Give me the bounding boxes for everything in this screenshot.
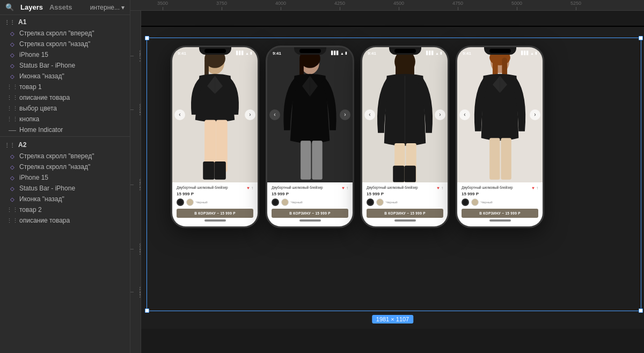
add-to-cart-2[interactable]: В КОРЗИНУ ~ 15 999 Р xyxy=(272,209,348,218)
share-icon[interactable]: ↑ xyxy=(346,186,348,191)
divider xyxy=(0,136,130,137)
diamond-icon: ◇ xyxy=(9,185,16,192)
minus-icon: — xyxy=(9,126,16,134)
status-time-4: 9:41 xyxy=(463,51,471,56)
canvas-viewport: 14750 15000 15250 15500 15571 xyxy=(130,11,644,353)
heart-icon[interactable]: ♥ xyxy=(532,186,535,191)
layer-desc-2[interactable]: ⋮⋮ описание товара xyxy=(0,215,130,226)
layer-scroll-back-1[interactable]: ◇ Стрелка скролл "назад" xyxy=(0,39,130,49)
svg-rect-23 xyxy=(489,138,500,179)
canvas-content: 9:41 ▋▋▋ ▲ ▮ xyxy=(141,11,644,353)
nav-arrow-left-2[interactable]: ‹ xyxy=(269,109,280,120)
layer-icon-back-2[interactable]: ◇ Иконка "назад" xyxy=(0,194,130,204)
swatch-black-1[interactable] xyxy=(177,198,184,206)
swatch-beige-4[interactable] xyxy=(471,198,479,206)
tab-layers[interactable]: Layers xyxy=(20,3,43,11)
search-icon[interactable]: 🔍 xyxy=(5,3,14,11)
status-icons-3: ▋▋▋ ▲ ▮ xyxy=(426,51,442,55)
phone-1: 9:41 ▋▋▋ ▲ ▮ xyxy=(171,46,259,228)
layer-tovar-1[interactable]: ⋮⋮ товар 1 xyxy=(0,82,130,92)
layer-desc-1[interactable]: ⋮⋮ описание товара xyxy=(0,92,130,103)
tab-assets[interactable]: Assets xyxy=(49,3,72,11)
hash-icon: ⋮⋮ xyxy=(9,115,16,123)
heart-icon[interactable]: ♥ xyxy=(247,186,250,191)
signal-icon: ▋▋▋ xyxy=(236,51,244,55)
swatch-black-4[interactable] xyxy=(462,198,469,206)
phone-screen-3: 9:41 ▋▋▋ ▲ ▮ xyxy=(362,47,448,226)
status-icons-2: ▋▋▋ ▲ ▮ xyxy=(331,51,347,55)
status-time-2: 9:41 xyxy=(273,51,281,56)
add-to-cart-4[interactable]: В КОРЗИНУ ~ 15 999 Р xyxy=(462,209,538,218)
nav-arrow-left-4[interactable]: ‹ xyxy=(459,109,470,120)
phone-notch-3 xyxy=(389,47,421,55)
wifi-icon: ▲ xyxy=(530,52,534,55)
heart-icon[interactable]: ♥ xyxy=(437,186,440,191)
hash-icon: ⋮⋮ xyxy=(4,142,15,148)
home-indicator-4 xyxy=(489,219,511,222)
nav-arrow-right-4[interactable]: › xyxy=(530,109,540,120)
selection-handle-bl[interactable] xyxy=(145,308,149,313)
share-icon[interactable]: ↑ xyxy=(251,186,253,191)
add-to-cart-3[interactable]: В КОРЗИНУ ~ 15 999 Р xyxy=(367,209,443,218)
diamond-icon: ◇ xyxy=(9,62,16,69)
selection-handle-br[interactable] xyxy=(639,308,643,313)
wifi-icon: ▲ xyxy=(245,52,249,55)
diamond-icon: ◇ xyxy=(9,174,16,181)
layer-scroll-fwd-2[interactable]: ◇ Стрелка скролл "вперед" xyxy=(0,151,130,161)
layer-scroll-back-2[interactable]: ◇ Стрелка скролл "назад" xyxy=(0,161,130,172)
product-price-3: 15 999 Р xyxy=(367,192,443,196)
phone-screen-1: 9:41 ▋▋▋ ▲ ▮ xyxy=(172,47,258,226)
layer-tovar-2[interactable]: ⋮⋮ товар 2 xyxy=(0,204,130,215)
phone-notch-1 xyxy=(199,47,231,55)
layer-statusbar-2[interactable]: ◇ Status Bar - iPhone xyxy=(0,183,130,194)
selection-handle-tl[interactable] xyxy=(145,36,149,40)
share-icon[interactable]: ↑ xyxy=(536,186,538,191)
swatch-black-3[interactable] xyxy=(367,198,374,206)
page-dropdown[interactable]: интерне... ▾ xyxy=(90,4,125,11)
heart-icon[interactable]: ♥ xyxy=(342,186,345,191)
diamond-icon: ◇ xyxy=(9,51,16,58)
color-selector-2: Черный xyxy=(272,198,348,206)
signal-icon: ▋▋▋ xyxy=(331,51,339,55)
product-info-1: Двубортный шелковый блейзер ♥ ↑ 15 999 Р xyxy=(172,182,258,226)
section-a1[interactable]: ⋮⋮ A1 xyxy=(0,15,130,28)
layer-icon-back-1[interactable]: ◇ Иконка "назад" xyxy=(0,71,130,82)
layer-iphone-1[interactable]: ◇ iPhone 15 xyxy=(0,49,130,60)
diamond-icon: ◇ xyxy=(9,72,16,80)
layer-button-1[interactable]: ⋮⋮ кнопка xyxy=(0,114,130,124)
home-indicator-3 xyxy=(394,219,416,222)
nav-arrow-right-2[interactable]: › xyxy=(340,109,350,120)
product-name-3: Двубортный шелковый блейзер xyxy=(367,186,437,190)
bottom-black-bar xyxy=(141,329,644,353)
hash-icon: ⋮⋮ xyxy=(9,105,16,112)
status-time-1: 9:41 xyxy=(178,51,186,56)
nav-arrow-left-1[interactable]: ‹ xyxy=(174,109,185,120)
selection-handle-tr[interactable] xyxy=(639,36,643,40)
signal-icon: ▋▋▋ xyxy=(521,51,529,55)
section-a2[interactable]: ⋮⋮ A2 xyxy=(0,138,130,151)
product-info-3: Двубортный шелковый блейзер ♥ ↑ 15 999 Р xyxy=(362,182,448,226)
share-icon[interactable]: ↑ xyxy=(441,186,443,191)
color-selector-4: Черный xyxy=(462,198,538,206)
layer-color-1[interactable]: ⋮⋮ выбор цвета xyxy=(0,103,130,114)
diamond-icon: ◇ xyxy=(9,163,16,171)
nav-arrow-left-3[interactable]: ‹ xyxy=(364,109,375,120)
svg-rect-6 xyxy=(215,161,226,180)
swatch-beige-2[interactable] xyxy=(281,198,289,206)
status-time-3: 9:41 xyxy=(368,51,376,56)
swatch-black-2[interactable] xyxy=(272,198,279,206)
add-to-cart-1[interactable]: В КОРЗИНУ ~ 15 999 Р xyxy=(177,209,253,218)
product-info-2: Двубортный шелковый блейзер ♥ ↑ 15 999 Р xyxy=(267,182,353,226)
chevron-down-icon: ▾ xyxy=(121,4,125,11)
layer-home-1[interactable]: — Home Indicator xyxy=(0,124,130,135)
layer-scroll-fwd-1[interactable]: ◇ Стрелка скролл "вперед" xyxy=(0,28,130,39)
nav-arrow-right-1[interactable]: › xyxy=(245,109,255,120)
layer-iphone-2[interactable]: ◇ iPhone 15 xyxy=(0,172,130,183)
hash-icon: ⋮⋮ xyxy=(9,83,16,91)
swatch-beige-3[interactable] xyxy=(376,198,384,206)
phone-image-4: ‹ › xyxy=(457,47,543,182)
layer-statusbar-1[interactable]: ◇ Status Bar - iPhone xyxy=(0,60,130,71)
nav-arrow-right-3[interactable]: › xyxy=(435,109,445,120)
canvas-area: 3500 3750 4000 4250 4500 4750 5000 5250 … xyxy=(130,0,644,353)
swatch-beige-1[interactable] xyxy=(186,198,194,206)
